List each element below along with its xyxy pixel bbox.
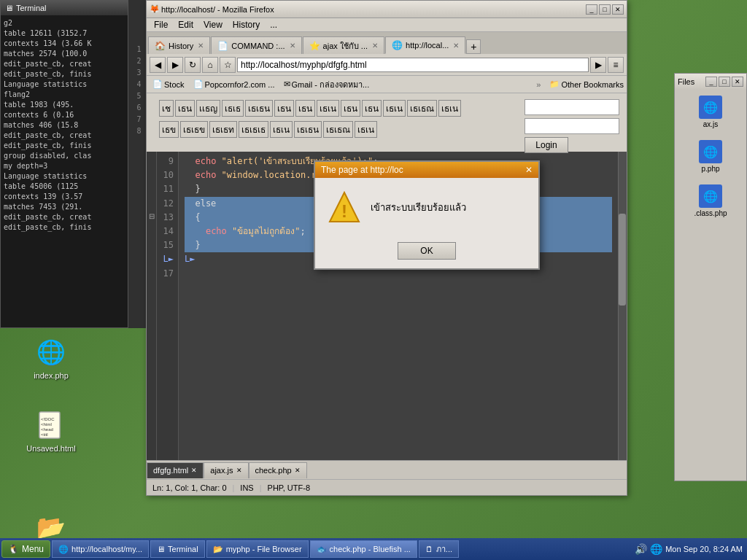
menu-view[interactable]: View	[199, 19, 227, 31]
editor-tab-check-label: check.php	[255, 466, 292, 475]
browser-title-text: http://localhost/ - Mozilla Firefox	[161, 5, 274, 14]
file-item-classphp[interactable]: 🌐 .class.php	[678, 182, 743, 220]
start-button[interactable]: 🐧 Menu	[1, 540, 50, 558]
forward-button[interactable]: ▶	[167, 57, 183, 73]
menu-edit[interactable]: Edit	[174, 19, 198, 31]
maximize-button[interactable]: □	[599, 4, 611, 15]
terminal-line: Language statistics	[4, 79, 142, 90]
thai-block: เธน	[274, 100, 294, 117]
file-axjs-label: ax.js	[703, 120, 719, 128]
taskbar-clock: Mon Sep 20, 8:24 AM	[665, 545, 743, 553]
go-button[interactable]: ▶	[590, 57, 606, 73]
alert-warning-icon: !	[327, 190, 362, 225]
menu-button[interactable]: ≡	[608, 57, 624, 73]
tab-history[interactable]: 🏠 History ✕	[148, 36, 210, 54]
bookmark-gmail[interactable]: ✉ Gmail - กล่องจดหมา...	[281, 77, 373, 92]
taskbar-item-browser[interactable]: 🌐 http://localhost/my...	[52, 540, 149, 558]
bookmark-popcorn[interactable]: 📄 Popcornfor2.com ...	[190, 79, 278, 90]
editor-tab-check-close[interactable]: ✕	[295, 467, 301, 474]
editor-tab-ajax-close[interactable]: ✕	[236, 467, 242, 474]
tab-command-close[interactable]: ✕	[290, 42, 295, 50]
taskbar-item-terminal[interactable]: 🖥 Terminal	[150, 540, 205, 558]
menu-history[interactable]: History	[228, 19, 264, 31]
tab-history-close[interactable]: ✕	[198, 42, 204, 50]
url-bar[interactable]	[237, 58, 589, 72]
desktop-icon-index[interactable]: 🌐 index.php	[22, 332, 80, 383]
taskbar-item-filebrowser[interactable]: 📂 myphp - File Browser	[206, 540, 309, 558]
minimize-button[interactable]: _	[586, 4, 597, 15]
tab-ajax-close[interactable]: ✕	[372, 42, 378, 50]
file-item-axjs[interactable]: 🌐 ax.js	[678, 93, 743, 131]
status-mode: INS	[240, 483, 253, 492]
right-panel-close[interactable]: ✕	[732, 77, 743, 87]
home-button[interactable]: ⌂	[202, 57, 218, 73]
taskbar-item-terminal-label: Terminal	[168, 545, 198, 553]
bookmark-button[interactable]: ☆	[220, 57, 236, 73]
bookmark-folder-other[interactable]: 📁 Other Bookmarks	[549, 79, 624, 89]
menu-bookmarks[interactable]: ...	[266, 19, 282, 31]
terminal-line: edit_paste_cb, finis	[4, 69, 142, 79]
desktop-icon-unsaved[interactable]: <!DOC <html <head <titl Unsaved.html	[22, 405, 80, 456]
new-tab-button[interactable]: +	[466, 39, 481, 54]
window-controls[interactable]: _ □ ✕	[586, 4, 624, 15]
tab-localhost[interactable]: 🌐 http://local... ✕	[385, 36, 465, 54]
alert-footer: OK	[315, 236, 538, 268]
tab-ajax[interactable]: ⭐ ajax ใช้กับ ... ✕	[303, 36, 384, 54]
menu-file[interactable]: File	[150, 19, 172, 31]
line-num: 12345678	[136, 44, 141, 137]
tray-icon-network[interactable]: 🌐	[650, 543, 662, 555]
tab-localhost-close[interactable]: ✕	[453, 42, 459, 50]
unsaved-html-label: Unsaved.html	[26, 444, 75, 453]
status-sep1: |	[233, 483, 235, 492]
line-num-16: L►	[161, 252, 174, 266]
editor-tab-dfgfg[interactable]: dfgfg.html ✕	[147, 462, 204, 478]
svg-text:<!DOC: <!DOC	[41, 417, 55, 421]
line-num-10: 10	[161, 168, 174, 182]
alert-ok-button[interactable]: OK	[398, 242, 456, 260]
taskbar-item-bluefish[interactable]: 🐟 check.php - Bluefish ...	[310, 540, 417, 558]
bookmark-gmail-icon: ✉	[284, 79, 290, 89]
bookmarks-more[interactable]: »	[536, 80, 541, 89]
tray-icon-sound[interactable]: 🔊	[635, 543, 647, 555]
unsaved-html-icon: <!DOC <html <head <titl	[34, 408, 69, 443]
terminal-line: edit_paste_cb, creat	[4, 131, 142, 141]
back-button[interactable]: ◀	[150, 57, 166, 73]
menu-bar: File Edit View History ...	[147, 18, 627, 32]
taskbar-item-bluefish-icon: 🐟	[317, 545, 327, 554]
editor-scrollbar[interactable]	[618, 152, 627, 460]
terminal-body: g2 table 12611 (3152.7 contexts 134 (3.6…	[1, 15, 145, 327]
username-input[interactable]	[525, 99, 619, 115]
bookmark-stock[interactable]: 📄 Stock	[150, 79, 187, 90]
file-item-pphp[interactable]: 🌐 p.php	[678, 137, 743, 176]
browser-title-left: 🦊 http://localhost/ - Mozilla Firefox	[150, 4, 274, 14]
svg-text:<html: <html	[41, 422, 52, 427]
tab-command-label: COMMAND :...	[231, 42, 285, 50]
tab-command[interactable]: 📄 COMMAND :... ✕	[211, 36, 301, 54]
terminal-line: flang2	[4, 90, 142, 100]
right-panel-maximize[interactable]: □	[719, 77, 730, 87]
editor-tab-ajax[interactable]: ajax.js ✕	[204, 462, 248, 478]
right-panel: Files _ □ ✕ 🌐 ax.js 🌐 p.php 🌐 .class.php	[674, 73, 747, 481]
thai-block: เธเธ	[222, 100, 244, 117]
reload-button[interactable]: ↻	[185, 57, 201, 73]
editor-tab-dfgfg-close[interactable]: ✕	[191, 467, 197, 474]
browser-tabs: 🏠 History ✕ 📄 COMMAND :... ✕ ⭐ ajax ใช้ก…	[147, 32, 627, 54]
alert-close-button[interactable]: ✕	[525, 165, 533, 175]
alert-dialog: The page at http://loc ✕ ! เข้าสระบบเรีย…	[314, 160, 540, 270]
terminal-line: edit_paste_cb, finis	[4, 222, 142, 233]
right-panel-titlebar: Files _ □ ✕	[675, 74, 746, 90]
thai-block: เธเน	[317, 100, 339, 117]
bookmark-stock-label: Stock	[164, 80, 185, 89]
editor-tab-check[interactable]: check.php ✕	[249, 462, 307, 478]
login-button[interactable]: Login	[525, 137, 568, 153]
terminal-window: 🖥 Terminal g2 table 12611 (3152.7 contex…	[0, 0, 146, 328]
tab-localhost-icon: 🌐	[392, 40, 403, 50]
taskbar-item-tha[interactable]: 🗒 ภา...	[419, 540, 459, 558]
terminal-line: table 45006 (1125	[4, 182, 142, 192]
right-panel-minimize[interactable]: _	[705, 77, 717, 87]
right-panel-controls[interactable]: _ □ ✕	[705, 77, 743, 87]
thai-block: เธน	[295, 100, 315, 117]
fold-marker-active[interactable]: ⊟	[149, 212, 155, 224]
password-input[interactable]	[525, 118, 619, 134]
close-button[interactable]: ✕	[612, 4, 624, 15]
